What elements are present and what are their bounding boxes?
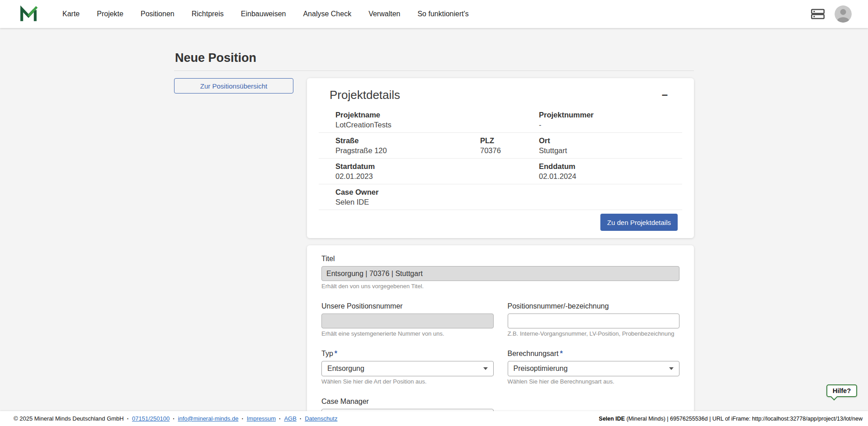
plz-cell: PLZ 70376 [480,133,539,159]
our-position-number-input [321,314,494,328]
project-details-title: Projektdetails [330,88,400,102]
copyright-text: © 2025 Mineral Minds Deutschland GmbH [14,415,124,422]
nav-item-projekte[interactable]: Projekte [97,10,123,18]
chevron-down-icon [483,367,488,370]
field-label: Enddatum [539,162,679,171]
typ-select-value: Entsorgung [327,365,364,373]
nav-item-so-funktionierts[interactable]: So funktioniert's [417,10,468,18]
form-grid: Unsere Positionsnummer Erhält eine syste… [321,302,679,424]
footer-link-email[interactable]: info@mineral-minds.de [173,415,238,422]
titel-label: Titel [321,254,679,263]
berechnungsart-helper: Wählen Sie hier die Berechnungsart aus. [508,378,680,385]
field-value: 02.01.2023 [335,172,536,181]
nav-item-analyse-check[interactable]: Analyse Check [303,10,351,18]
main-content: Neue Position Zur Positionsübersicht Pro… [0,0,868,426]
strasse-cell: Straße Pragstraße 120 [319,133,480,159]
table-row: Projektname LotCreationTests Projektnumm… [319,107,682,133]
required-asterisk: * [560,350,562,357]
nav-item-einbauweisen[interactable]: Einbauweisen [241,10,286,18]
required-asterisk: * [335,350,337,357]
nav-right-controls [811,5,852,23]
case-owner-cell: Case Owner Selen IDE [319,184,682,210]
our-position-number-label: Unsere Positionsnummer [321,302,494,310]
top-navigation-bar: Karte Projekte Positionen Richtpreis Ein… [0,0,868,28]
field-value: LotCreationTests [335,120,536,129]
table-row: Startdatum 02.01.2023 Enddatum 02.01.202… [319,159,682,184]
field-label: PLZ [480,136,536,145]
our-position-number-helper: Erhält eine systemgenerierte Nummer von … [321,330,494,337]
table-row: Straße Pragstraße 120 PLZ 70376 Ort Stut… [319,133,682,159]
project-details-header: Projektdetails – [319,88,682,102]
field-label: Startdatum [335,162,536,171]
new-position-form-card: Titel Erhält den von uns vorgegebenen Ti… [307,245,694,426]
content-layout: Zur Positionsübersicht Projektdetails – … [174,78,694,426]
berechnungsart-select[interactable]: Preisoptimierung [508,361,680,376]
field-value: Selen IDE [335,197,679,206]
our-position-number-field: Unsere Positionsnummer Erhält eine syste… [321,302,494,337]
right-column: Projektdetails – Projektname LotCreation… [307,78,694,426]
go-to-project-details-button[interactable]: Zu den Projektdetails [600,214,678,231]
server-icon[interactable] [811,8,825,20]
footer-left: © 2025 Mineral Minds Deutschland GmbH 07… [14,415,337,422]
field-value: Stuttgart [539,146,679,155]
enddatum-cell: Enddatum 02.01.2024 [539,159,682,184]
left-column: Zur Positionsübersicht [174,78,293,94]
nav-item-verwalten[interactable]: Verwalten [368,10,400,18]
table-row: Case Owner Selen IDE [319,184,682,210]
app-logo[interactable] [19,5,38,23]
person-icon [835,5,852,23]
berechnungsart-select-value: Preisoptimierung [514,365,568,373]
field-label: Straße [335,136,477,145]
projektname-cell: Projektname LotCreationTests [319,107,539,133]
footer-link-phone[interactable]: 07151/250100 [127,415,170,422]
position-number-input[interactable] [508,314,680,328]
berechnungsart-label: Berechnungsart* [508,349,680,358]
position-number-label: Positionsnummer/-bezeichnung [508,302,680,310]
case-manager-label: Case Manager [321,397,494,406]
page-container: Neue Position Zur Positionsübersicht Pro… [174,0,694,426]
startdatum-cell: Startdatum 02.01.2023 [319,159,539,184]
field-value: - [539,120,679,129]
projektnummer-cell: Projektnummer - [539,107,682,133]
field-value: 70376 [480,146,536,155]
footer-info: (Mineral Minds) | 69576255536d | URL of … [625,416,863,422]
nav-item-positionen[interactable]: Positionen [141,10,175,18]
main-nav: Karte Projekte Positionen Richtpreis Ein… [62,10,811,18]
field-value: 02.01.2024 [539,172,679,181]
footer-link-agb[interactable]: AGB [279,415,297,422]
field-label: Projektnummer [539,110,679,119]
back-to-positions-button[interactable]: Zur Positionsübersicht [174,78,293,94]
help-label: Hilfe? [833,387,851,394]
typ-helper: Wählen Sie hier die Art der Position aus… [321,378,494,385]
titel-field: Titel Erhält den von uns vorgegebenen Ti… [321,254,679,290]
title-divider [174,70,694,71]
page-title: Neue Position [175,51,694,65]
field-label: Ort [539,136,679,145]
footer-link-datenschutz[interactable]: Datenschutz [300,415,338,422]
field-label: Projektname [335,110,536,119]
berechnungsart-field: Berechnungsart* Preisoptimierung Wählen … [508,349,680,385]
footer-user: Selen IDE [599,416,625,422]
typ-field: Typ* Entsorgung Wählen Sie hier die Art … [321,349,494,385]
titel-input [321,266,679,281]
position-number-helper: Z.B. Interne-Vorgangsnummer, LV-Position… [508,330,680,337]
typ-select[interactable]: Entsorgung [321,361,494,376]
user-avatar[interactable] [835,5,852,23]
field-label: Case Owner [335,187,679,197]
collapse-button[interactable]: – [658,88,671,101]
footer-session-info: Selen IDE (Mineral Minds) | 69576255536d… [599,416,863,422]
titel-helper: Erhält den von uns vorgegebenen Titel. [321,283,679,290]
nav-item-richtpreis[interactable]: Richtpreis [192,10,224,18]
field-value: Pragstraße 120 [335,146,477,155]
footer: © 2025 Mineral Minds Deutschland GmbH 07… [0,411,868,426]
nav-item-karte[interactable]: Karte [62,10,80,18]
position-number-field: Positionsnummer/-bezeichnung Z.B. Intern… [508,302,680,337]
project-details-actions: Zu den Projektdetails [319,214,682,231]
project-details-table: Projektname LotCreationTests Projektnumm… [319,107,682,210]
project-details-card: Projektdetails – Projektname LotCreation… [307,78,694,238]
help-button[interactable]: Hilfe? [826,384,857,397]
typ-label: Typ* [321,349,494,358]
footer-link-impressum[interactable]: Impressum [241,415,276,422]
ort-cell: Ort Stuttgart [539,133,682,159]
chevron-down-icon [669,367,674,370]
